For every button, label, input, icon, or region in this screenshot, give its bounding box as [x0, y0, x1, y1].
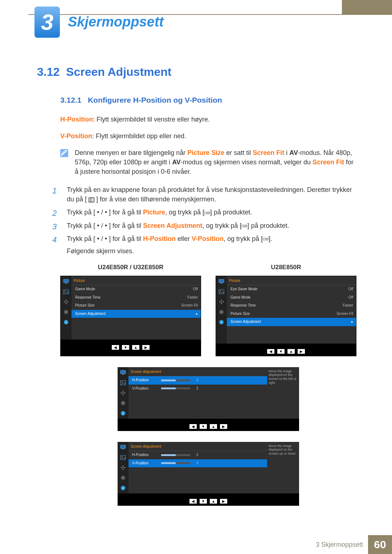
svg-rect-0 [89, 198, 94, 202]
svg-line-49 [124, 404, 124, 405]
svg-rect-24 [219, 279, 224, 283]
step-3: 3 Trykk på [ • / • ] for å gå til Screen… [52, 221, 356, 230]
enter-icon [241, 223, 247, 229]
svg-rect-7 [263, 238, 265, 240]
chapter-title: Skjermoppsett [68, 12, 164, 32]
osd-row: H-Position3 [128, 376, 267, 385]
osd-head-h: Screen Adjustment [128, 367, 267, 377]
subsection-number: 3.12.1 [60, 96, 81, 104]
osd-head-v: Screen Adjustment [128, 442, 267, 451]
info-icon: i [218, 320, 225, 325]
picture-icon [218, 289, 225, 294]
osd-sidebar: i [61, 276, 72, 340]
step-4: 4 Trykk på [ • / • ] for å gå til H-Posi… [52, 234, 356, 256]
svg-rect-40 [122, 374, 124, 375]
svg-line-18 [65, 310, 65, 311]
svg-line-33 [220, 310, 220, 311]
svg-line-51 [124, 401, 124, 402]
osd-row: Game ModeOff [227, 294, 356, 302]
osd-row: Picture SizeScreen Fit [227, 310, 356, 318]
move-icon [120, 465, 126, 470]
svg-point-13 [65, 311, 67, 313]
page-footer: 3 Skjermoppsett 60 [316, 535, 392, 554]
v-position-label: V-Position [60, 132, 92, 140]
move-icon [63, 299, 69, 304]
svg-text:i: i [66, 320, 67, 324]
svg-rect-3 [205, 212, 207, 214]
chapter-number: 3 [34, 7, 60, 38]
osd-row: Screen Adjustment▸ [72, 310, 201, 318]
osd-desc-v: Move the image displayed on the screen u… [267, 442, 299, 493]
osd-nav: ◀▼▲▶ [61, 340, 201, 352]
svg-point-28 [220, 311, 222, 313]
osd-panel-hpos: i Screen Adjustment H-Position3V-Positio… [118, 367, 299, 431]
footer-chapter: 3 Skjermoppsett [316, 540, 363, 549]
osd-row: Eye Saver ModeOff [227, 285, 356, 294]
svg-line-65 [122, 479, 122, 479]
monitor-icon [120, 445, 126, 450]
osd-nav: ◀▼▲▶ [118, 419, 299, 431]
svg-rect-4 [208, 212, 210, 214]
svg-point-27 [220, 290, 221, 291]
svg-rect-6 [245, 225, 247, 227]
osd-sidebar: i [118, 442, 128, 493]
svg-rect-8 [266, 238, 268, 240]
step-1: 1 Trykk på en av knappene foran på produ… [52, 185, 356, 204]
osd-row: V-Position3 [128, 385, 267, 393]
svg-point-58 [122, 477, 124, 479]
svg-point-12 [65, 290, 66, 291]
osd-head-left: Picture [72, 276, 201, 286]
monitor-icon [218, 279, 225, 284]
svg-text:i: i [123, 486, 124, 490]
osd-row: Response TimeFaster [227, 301, 356, 310]
svg-line-34 [222, 313, 223, 313]
svg-rect-25 [221, 283, 222, 284]
svg-point-43 [122, 402, 124, 404]
picture-icon [63, 289, 69, 294]
osd-panel-left: i Picture Game ModeOffResponse TimeFaste… [60, 276, 201, 356]
move-icon [120, 390, 126, 395]
model-right: U28E850R [216, 263, 356, 272]
subsection-heading: 3.12.1 Konfigurere H-Position og V-Posit… [60, 95, 356, 106]
svg-point-57 [122, 456, 123, 457]
menu-icon [89, 197, 94, 202]
osd-panel-right: i Picture Eye Saver ModeOffGame ModeOffR… [216, 276, 356, 356]
svg-line-50 [122, 404, 122, 405]
osd-row: V-Position3 [128, 459, 267, 468]
info-icon: i [63, 320, 69, 325]
info-icon: i [120, 411, 126, 416]
page-number: 60 [368, 535, 392, 554]
section-heading: 3.12 Screen Adjustment [37, 63, 356, 80]
osd-sidebar: i [118, 367, 128, 419]
svg-rect-5 [242, 225, 244, 227]
enter-icon [263, 237, 269, 242]
osd-panel-vpos: i Screen Adjustment H-Position3V-Positio… [118, 442, 299, 506]
step-2: 2 Trykk på [ • / • ] for å gå til Pictur… [52, 208, 356, 217]
svg-rect-10 [65, 283, 67, 284]
note-block: Denne menyen er bare tilgjengelig når Pi… [60, 148, 356, 176]
osd-head-right: Picture [227, 276, 356, 286]
svg-line-66 [124, 476, 124, 476]
model-left: U24E850R / U32E850R [60, 263, 201, 272]
v-position-desc: V-Position: Flytt skjermbildet opp eller… [60, 131, 356, 141]
move-icon [218, 299, 225, 304]
osd-row: H-Position3 [128, 451, 267, 459]
gear-icon [120, 475, 126, 480]
top-rule-accent [342, 0, 392, 15]
h-position-desc: H-Position: Flytt skjermbildet til venst… [60, 115, 356, 124]
svg-line-35 [220, 313, 220, 313]
section-title: Screen Adjustment [66, 65, 171, 78]
svg-line-64 [124, 479, 124, 479]
osd-nav: ◀▼▲▶ [118, 493, 299, 506]
note-text: Denne menyen er bare tilgjengelig når Pi… [75, 148, 356, 176]
svg-line-21 [67, 310, 68, 311]
note-icon [60, 149, 68, 157]
svg-rect-55 [122, 449, 124, 450]
chapter-header: 3 Skjermoppsett [34, 7, 164, 38]
gear-icon [63, 309, 69, 315]
svg-text:i: i [123, 411, 124, 415]
monitor-icon [63, 279, 69, 284]
svg-rect-9 [64, 279, 69, 283]
step-list: 1 Trykk på en av knappene foran på produ… [52, 185, 356, 256]
subsection-title: Konfigurere H-Position og V-Position [88, 96, 222, 104]
